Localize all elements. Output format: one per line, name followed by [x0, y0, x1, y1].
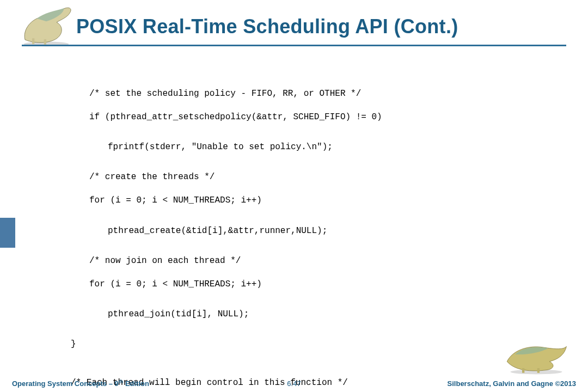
title-rule: [22, 45, 566, 46]
svg-rect-4: [522, 368, 524, 373]
code-line: }: [71, 339, 517, 351]
code-block: /* set the scheduling policy - FIFO, RR,…: [71, 76, 517, 392]
code-line: for (i = 0; i < NUM_THREADS; i++): [71, 279, 517, 291]
slide-title: POSIX Real-Time Scheduling API (Cont.): [76, 15, 458, 38]
footer-right: Silberschatz, Galvin and Gagne ©2013: [448, 379, 576, 388]
svg-rect-2: [44, 39, 46, 45]
code-line: /* create the threads */: [71, 171, 517, 183]
code-line: /* set the scheduling policy - FIFO, RR,…: [71, 88, 517, 100]
svg-rect-5: [537, 368, 540, 373]
slide: POSIX Real-Time Scheduling API (Cont.) /…: [0, 0, 588, 392]
code-line: pthread_join(tid[i], NULL);: [71, 309, 517, 321]
sidebar-accent: [0, 218, 15, 248]
code-line: for (i = 0; i < NUM_THREADS; i++): [71, 195, 517, 207]
dinosaur-top-icon: [16, 4, 76, 47]
footer: Operating System Concepts – 9th Edition …: [0, 376, 588, 388]
code-line: /* now join on each thread */: [71, 255, 517, 267]
svg-rect-1: [32, 38, 34, 44]
code-line: if (pthread_attr_setschedpolicy(&attr, S…: [71, 112, 517, 124]
code-line: pthread_create(&tid[i],&attr,runner,NULL…: [71, 225, 517, 237]
code-line: fprintf(stderr, "Unable to set policy.\n…: [71, 142, 517, 154]
dinosaur-bottom-icon: [501, 333, 572, 376]
